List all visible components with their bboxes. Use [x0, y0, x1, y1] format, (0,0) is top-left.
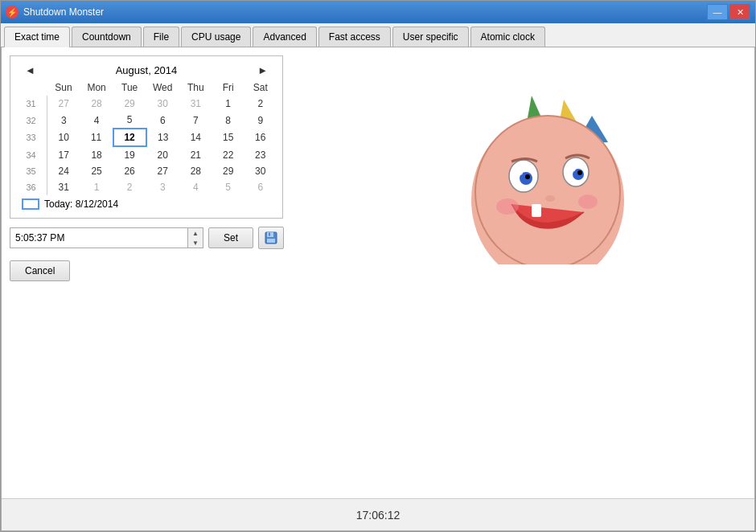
cancel-button[interactable]: Cancel — [10, 260, 70, 281]
monster-area — [292, 55, 746, 490]
calendar-day[interactable]: 27 — [47, 96, 80, 112]
calendar-day[interactable]: 15 — [212, 129, 244, 146]
svg-point-18 — [496, 198, 519, 215]
calendar-day[interactable]: 6 — [244, 179, 277, 195]
svg-point-15 — [518, 170, 523, 175]
calendar-day[interactable]: 3 — [146, 179, 179, 195]
calendar-next-button[interactable]: ► — [254, 64, 271, 76]
calendar-day[interactable]: 13 — [146, 129, 179, 146]
calendar-day[interactable]: 1 — [212, 96, 244, 112]
calendar-row: 3524252627282930 — [15, 163, 277, 179]
calendar-day[interactable]: 5 — [113, 112, 146, 129]
title-bar-left: ⚡ Shutdown Monster — [6, 6, 104, 18]
calendar-day[interactable]: 18 — [80, 146, 113, 163]
calendar-day[interactable]: 26 — [113, 163, 146, 179]
tab-fast-access[interactable]: Fast access — [318, 27, 391, 47]
calendar-day[interactable]: 29 — [113, 96, 146, 112]
day-header-sat: Sat — [244, 80, 277, 96]
title-bar: ⚡ Shutdown Monster — ✕ — [1, 1, 755, 23]
tab-countdown[interactable]: Countdown — [72, 27, 142, 47]
save-icon — [264, 231, 278, 245]
save-button[interactable] — [258, 227, 284, 249]
calendar-day[interactable]: 28 — [80, 96, 113, 112]
calendar-day[interactable]: 31 — [179, 96, 212, 112]
calendar-day[interactable]: 2 — [244, 96, 277, 112]
calendar-day[interactable]: 21 — [179, 146, 212, 163]
app-icon: ⚡ — [6, 6, 18, 18]
calendar-prev-button[interactable]: ◄ — [22, 64, 39, 76]
calendar-row: 3417181920212223 — [15, 146, 277, 163]
svg-rect-2 — [269, 233, 270, 236]
time-input[interactable] — [10, 229, 187, 247]
calendar-day[interactable]: 9 — [244, 112, 277, 129]
week-number: 32 — [15, 112, 47, 129]
svg-rect-17 — [532, 204, 541, 217]
tab-file[interactable]: File — [143, 27, 179, 47]
tab-exact-time[interactable]: Exact time — [4, 27, 70, 47]
buttons-row: Cancel — [10, 260, 284, 281]
calendar-day[interactable]: 12 — [113, 129, 146, 146]
tabs-bar: Exact time Countdown File CPU usage Adva… — [1, 23, 755, 47]
calendar-day[interactable]: 29 — [212, 163, 244, 179]
calendar-day[interactable]: 11 — [80, 129, 113, 146]
calendar-grid: Sun Mon Tue Wed Thu Fri Sat 312728293031… — [15, 80, 277, 195]
calendar-day[interactable]: 16 — [244, 129, 277, 146]
calendar-day[interactable]: 2 — [113, 179, 146, 195]
time-input-wrapper: ▲ ▼ — [10, 227, 203, 248]
time-increment-button[interactable]: ▲ — [188, 228, 203, 238]
set-button[interactable]: Set — [208, 227, 253, 248]
calendar-day[interactable]: 19 — [113, 146, 146, 163]
main-area: ◄ August, 2014 ► Sun Mon Tue Wed — [2, 47, 754, 498]
calendar-day[interactable]: 22 — [212, 146, 244, 163]
calendar-day[interactable]: 7 — [179, 112, 212, 129]
calendar-day[interactable]: 10 — [47, 129, 80, 146]
calendar-day[interactable]: 1 — [80, 179, 113, 195]
close-button[interactable]: ✕ — [729, 4, 750, 20]
svg-rect-3 — [267, 239, 275, 243]
week-number: 33 — [15, 129, 47, 146]
calendar-day[interactable]: 8 — [212, 112, 244, 129]
calendar-day[interactable]: 14 — [179, 129, 212, 146]
calendar-day[interactable]: 17 — [47, 146, 80, 163]
svg-point-8 — [475, 116, 620, 264]
svg-point-20 — [545, 195, 555, 202]
calendar-day[interactable]: 28 — [179, 163, 212, 179]
tab-user-specific[interactable]: User specific — [392, 27, 469, 47]
calendar-day[interactable]: 24 — [47, 163, 80, 179]
calendar-day[interactable]: 20 — [146, 146, 179, 163]
app-window: ⚡ Shutdown Monster — ✕ Exact time Countd… — [0, 0, 756, 532]
week-number: 36 — [15, 179, 47, 195]
app-title: Shutdown Monster — [23, 6, 104, 18]
day-header-mon: Mon — [80, 80, 113, 96]
day-header-thu: Thu — [179, 80, 212, 96]
calendar-row: 31272829303112 — [15, 96, 277, 112]
calendar-day[interactable]: 4 — [179, 179, 212, 195]
week-number: 34 — [15, 146, 47, 163]
calendar-day[interactable]: 5 — [212, 179, 244, 195]
time-decrement-button[interactable]: ▼ — [188, 238, 203, 248]
calendar-day[interactable]: 25 — [80, 163, 113, 179]
calendar-day[interactable]: 3 — [47, 112, 80, 129]
calendar-day[interactable]: 30 — [244, 163, 277, 179]
calendar-day[interactable]: 27 — [146, 163, 179, 179]
tab-cpu-usage[interactable]: CPU usage — [181, 27, 251, 47]
calendar-day[interactable]: 30 — [146, 96, 179, 112]
minimize-button[interactable]: — — [707, 4, 728, 20]
calendar-day[interactable]: 31 — [47, 179, 80, 195]
calendar-row: 323456789 — [15, 112, 277, 129]
window-controls: — ✕ — [707, 4, 750, 20]
time-spinners: ▲ ▼ — [187, 228, 203, 248]
monster-illustration — [407, 72, 632, 264]
calendar-day-headers: Sun Mon Tue Wed Thu Fri Sat — [15, 80, 277, 96]
calendar-day[interactable]: 6 — [146, 112, 179, 129]
calendar-row: 3631123456 — [15, 179, 277, 195]
svg-point-19 — [578, 194, 598, 209]
calendar-day[interactable]: 4 — [80, 112, 113, 129]
calendar-day[interactable]: 23 — [244, 146, 277, 163]
calendar-header: ◄ August, 2014 ► — [15, 61, 277, 80]
week-number: 35 — [15, 163, 47, 179]
week-num-header — [15, 80, 47, 96]
tab-atomic-clock[interactable]: Atomic clock — [470, 27, 545, 47]
left-panel: ◄ August, 2014 ► Sun Mon Tue Wed — [10, 55, 284, 490]
tab-advanced[interactable]: Advanced — [253, 27, 316, 47]
